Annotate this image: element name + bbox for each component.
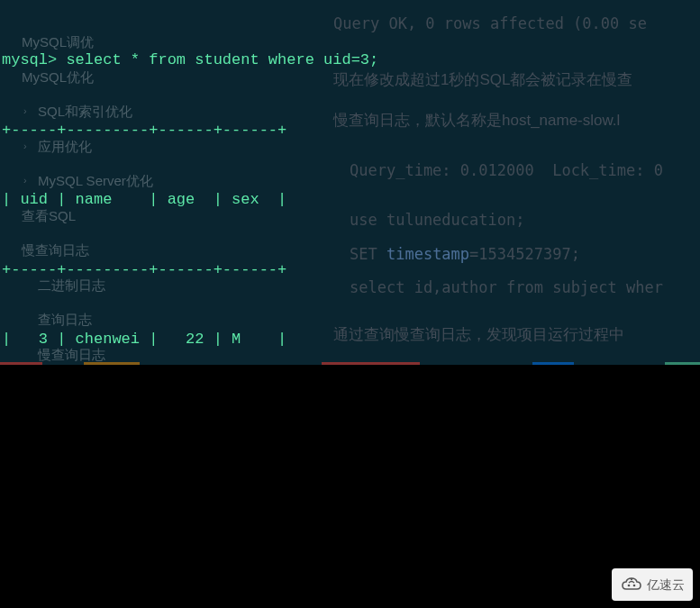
watermark-text: 亿速云 [647, 576, 685, 594]
svg-point-1 [632, 585, 635, 587]
svg-point-0 [627, 585, 630, 587]
watermark-badge[interactable]: 亿速云 [612, 568, 693, 601]
black-region [0, 365, 700, 608]
terminal-line: | uid | name | age | sex | [0, 188, 700, 213]
terminal-line: +-----+---------+------+------+ [0, 119, 700, 143]
terminal-line: mysql> select * from student where uid=3… [0, 49, 700, 73]
cloud-icon [621, 576, 644, 593]
terminal-line: +-----+---------+------+------+ [0, 259, 700, 283]
terminal-line: | 3 | chenwei | 22 | M | [0, 328, 700, 352]
